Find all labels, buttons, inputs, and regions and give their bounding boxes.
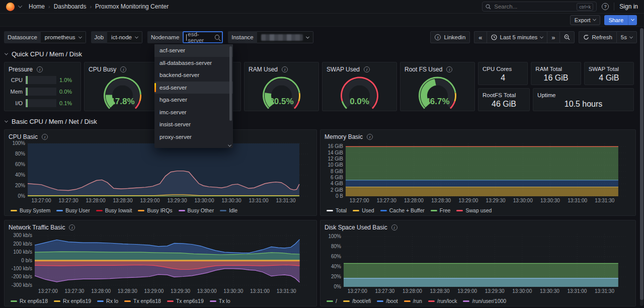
svg-text:60%: 60%: [15, 162, 25, 167]
time-shift-forward-button[interactable]: »: [547, 31, 559, 43]
dropdown-option-backend-server[interactable]: backend-server: [154, 69, 233, 82]
legend-swatch-icon: [179, 210, 185, 211]
breadcrumb-dashboard-title[interactable]: Proxmox Monitoring Center: [95, 3, 169, 10]
refresh-icon: [583, 34, 589, 40]
scroll-down-icon[interactable]: [228, 143, 231, 147]
legend-item[interactable]: Busy Other: [179, 207, 214, 213]
time-range-picker[interactable]: Last 5 minutes: [487, 31, 547, 43]
legend-item[interactable]: Busy System: [11, 207, 50, 213]
svg-text:-300 kb/s: -300 kb/s: [12, 282, 32, 288]
svg-text:13:31:30: 13:31:30: [595, 288, 614, 294]
legend-item[interactable]: Cache + Buffer: [380, 207, 425, 213]
info-icon[interactable]: i: [282, 66, 288, 72]
panel-pressure[interactable]: Pressure i CPU1.0%Mem0.0%I/O0.1%: [4, 62, 81, 111]
dropdown-option-acf-server[interactable]: acf-server: [154, 44, 233, 57]
legend-item[interactable]: Rx lo: [97, 298, 118, 304]
panel-rootfs-total[interactable]: RootFS Total 46 GiB: [478, 88, 530, 111]
legend-item[interactable]: Busy IRQs: [138, 207, 172, 213]
legend-item[interactable]: Tx lo: [210, 298, 230, 304]
legend-item[interactable]: Rx enp6s18: [11, 298, 48, 304]
legend-item[interactable]: /run/lock: [428, 298, 457, 304]
panel-cpu-busy[interactable]: CPU Busy i 17.8%: [84, 62, 161, 111]
info-icon[interactable]: i: [367, 134, 373, 140]
job-picker[interactable]: ict-node: [107, 31, 142, 43]
instance-picker[interactable]: [257, 31, 313, 43]
legend-item[interactable]: Total: [327, 207, 347, 213]
grafana-logo-icon[interactable]: [6, 3, 15, 11]
legend-item[interactable]: Swap used: [456, 207, 492, 213]
share-button[interactable]: Share: [604, 15, 628, 25]
svg-text:13:27:00: 13:27:00: [348, 288, 367, 294]
time-shift-back-button[interactable]: «: [474, 31, 486, 43]
redacted-instance-value: [261, 34, 303, 41]
svg-text:13:31:00: 13:31:00: [567, 288, 587, 294]
panel-ram-total[interactable]: RAM Total 16 GiB: [531, 62, 581, 85]
panel-swap-total[interactable]: SWAP Total 4 GiB: [584, 62, 634, 85]
linkedin-link-button[interactable]: i Linkedin: [430, 31, 470, 43]
dropdown-option-insist-server[interactable]: insist-server: [154, 118, 233, 131]
legend-item[interactable]: /: [327, 298, 337, 304]
svg-text:13:28:30: 13:28:30: [113, 198, 133, 203]
info-icon[interactable]: i: [69, 224, 75, 230]
dropdown-option-all-databases-server[interactable]: all-databases-server: [154, 57, 233, 69]
panel-network-traffic-basic[interactable]: Network Traffic Basic i 13:27:0013:27:30…: [4, 220, 317, 306]
zoom-out-time-button[interactable]: [559, 31, 575, 43]
legend-item[interactable]: Free: [431, 207, 451, 213]
panel-memory-basic[interactable]: Memory Basic i 13:27:0013:27:3013:28:001…: [320, 129, 636, 216]
legend-item[interactable]: Tx enp6s18: [124, 298, 161, 304]
collapse-chevron-icon: [5, 119, 8, 122]
dropdown-option-esd-server[interactable]: esd-server: [154, 82, 233, 94]
breadcrumb-home[interactable]: Home: [29, 3, 45, 10]
legend-item[interactable]: Busy Iowait: [96, 207, 132, 213]
panel-disk-space-used-basic[interactable]: Disk Space Used Basic i 13:27:0013:27:30…: [320, 220, 636, 306]
chevron-down-icon: [631, 18, 634, 21]
share-menu-button[interactable]: [628, 15, 637, 25]
panel-title: Uptime: [537, 92, 629, 99]
legend-item[interactable]: /run: [404, 298, 422, 304]
sign-in-button[interactable]: Sign in: [619, 3, 638, 10]
stat-value: 46 GiB: [482, 100, 525, 109]
datasource-picker[interactable]: prometheus: [41, 31, 86, 43]
legend-item[interactable]: Busy User: [56, 207, 90, 213]
panel-swap-used[interactable]: SWAP Used i 0.0%: [322, 62, 397, 111]
legend-item[interactable]: /boot: [377, 298, 397, 304]
panel-cpu-cores[interactable]: CPU Cores 4: [478, 62, 528, 85]
page-scrollbar-thumb[interactable]: [640, 28, 643, 300]
section-quick-cpu-mem-disk[interactable]: Quick CPU / Mem / Disk: [5, 48, 637, 60]
chart-legend: TotalUsedCache + BufferFreeSwap used: [325, 206, 631, 214]
dropdown-scrollbar[interactable]: [229, 46, 232, 121]
info-icon[interactable]: i: [391, 224, 397, 230]
search-input[interactable]: [494, 4, 574, 10]
refresh-button[interactable]: Refresh: [579, 31, 616, 43]
panel-ram-used[interactable]: RAM Used i 20.5%: [244, 62, 319, 111]
svg-text:100%: 100%: [328, 234, 341, 239]
nodename-input[interactable]: esd-server: [183, 31, 223, 43]
legend-item[interactable]: Used: [353, 207, 374, 213]
magnifier-minus-icon: [564, 34, 570, 40]
dropdown-option-hga-server[interactable]: hga-server: [154, 94, 233, 106]
legend-item[interactable]: /run/user/1000: [463, 298, 506, 304]
legend-swatch-icon: [138, 210, 144, 211]
dropdown-option-imc-server[interactable]: imc-server: [154, 106, 233, 119]
panel-uptime[interactable]: Uptime 10.5 hours: [533, 88, 634, 111]
info-icon[interactable]: i: [364, 66, 370, 72]
section-basic-cpu-mem-net-disk[interactable]: Basic CPU / Mem / Net / Disk: [5, 115, 637, 127]
legend-item[interactable]: Idle: [220, 207, 237, 213]
legend-item[interactable]: Tx enp6s19: [167, 298, 204, 304]
info-icon[interactable]: i: [37, 66, 43, 72]
dropdown-option-proxy-server[interactable]: proxy-server: [154, 131, 233, 143]
info-icon[interactable]: i: [120, 66, 126, 72]
page-scrollbar[interactable]: [640, 28, 643, 306]
export-button[interactable]: Export: [570, 15, 600, 25]
legend-item[interactable]: /boot/efi: [343, 298, 371, 304]
top-nav: Home › Dashboards › Proxmox Monitoring C…: [0, 0, 644, 14]
breadcrumb-dashboards[interactable]: Dashboards: [54, 3, 87, 10]
info-icon[interactable]: i: [42, 134, 48, 140]
info-icon[interactable]: i: [446, 66, 452, 72]
refresh-interval-picker[interactable]: 5s: [616, 31, 637, 43]
legend-item[interactable]: Rx enp6s19: [54, 298, 91, 304]
global-search[interactable]: ctrl+k: [482, 2, 597, 12]
org-switcher-chevron-icon[interactable]: [18, 4, 22, 8]
help-icon[interactable]: ?: [602, 3, 609, 10]
panel-root-fs-used[interactable]: Root FS Used i 46.7%: [400, 62, 475, 111]
